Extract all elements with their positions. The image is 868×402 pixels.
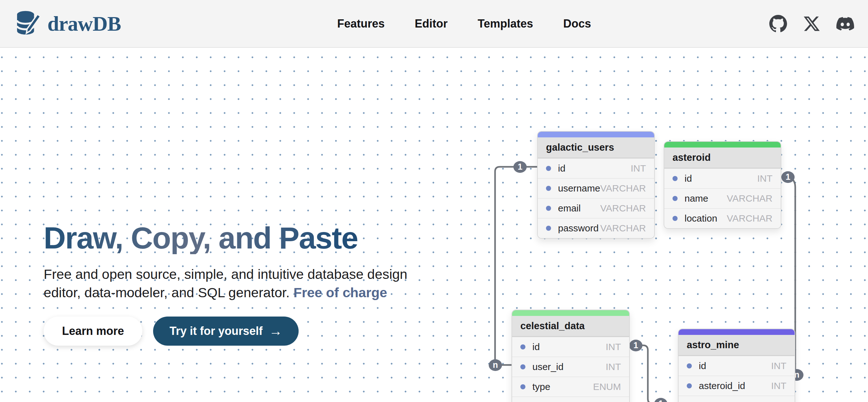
table-name: asteroid (664, 147, 781, 168)
field-name: location (685, 213, 717, 224)
learn-more-button[interactable]: Learn more (44, 317, 142, 346)
table-field-row: emailVARCHAR (538, 198, 654, 218)
field-name: type (532, 381, 550, 392)
field-type: INT (757, 173, 772, 184)
relationship-line (630, 345, 678, 402)
table-name: galactic_users (538, 137, 654, 158)
field-dot-icon (546, 186, 551, 191)
nav-link-templates[interactable]: Templates (478, 17, 533, 30)
cardinality-badge: n (790, 369, 803, 381)
db-table-astro_mine: astro_mineidINTasteroid_idINTdata_idINT (678, 328, 795, 402)
cardinality-badge: 1 (781, 171, 795, 183)
table-field-row: user_idINT (512, 357, 629, 377)
try-it-button[interactable]: Try it for yourself → (153, 317, 299, 346)
field-type: INT (771, 380, 786, 391)
field-name: username (558, 183, 600, 194)
table-accent-bar (664, 142, 781, 147)
field-type: INT (771, 361, 786, 371)
free-of-charge-text: Free of charge (293, 285, 387, 300)
table-field-row: typeENUM (512, 377, 629, 397)
hero-buttons: Learn more Try it for yourself → (44, 317, 442, 346)
cardinality-badge: 1 (629, 340, 643, 351)
table-field-row: asteroid_idINT (679, 376, 795, 396)
table-field-row: passwordVARCHAR (538, 218, 654, 238)
db-table-celestial_data: celestial_dataidINTuser_idINTtypeENUMtim… (512, 310, 630, 402)
drawdb-logo-icon (14, 9, 43, 38)
field-type: ENUM (593, 381, 621, 392)
field-dot-icon (546, 226, 551, 231)
try-it-label: Try it for yourself (169, 324, 262, 338)
nav-links: Features Editor Templates Docs (299, 17, 591, 30)
hero-heading: Draw, Copy, and Paste (44, 222, 442, 254)
hero-subtitle-line2: editor, data-modeler, and SQL generator. (44, 285, 293, 300)
field-name: data_id (699, 400, 730, 402)
table-name: celestial_data (512, 316, 629, 337)
field-name: email (558, 203, 581, 214)
field-name: id (558, 163, 565, 174)
field-name: password (558, 223, 598, 234)
field-dot-icon (546, 166, 551, 171)
x-icon[interactable] (803, 15, 820, 33)
relationship-line (495, 167, 537, 365)
field-dot-icon (673, 196, 678, 201)
table-accent-bar (538, 132, 654, 137)
db-table-asteroid: asteroididINTnameVARCHARlocationVARCHAR (664, 141, 781, 229)
table-field-row: data_idINT (679, 396, 795, 402)
hero-subtitle: Free and open source, simple, and intuit… (44, 265, 442, 302)
cardinality-badge: 1 (514, 161, 527, 173)
table-name: astro_mine (679, 335, 795, 356)
logo[interactable]: drawDB (14, 9, 121, 38)
field-dot-icon (546, 206, 551, 211)
field-name: user_id (532, 362, 563, 372)
field-name: name (685, 193, 708, 204)
field-name: id (532, 342, 540, 352)
nav-link-editor[interactable]: Editor (415, 17, 447, 30)
field-dot-icon (687, 383, 692, 389)
field-name: id (685, 173, 692, 184)
field-type: INT (771, 400, 786, 402)
field-type: VARCHAR (600, 203, 646, 214)
hero-copy: Draw, Copy, and Paste Free and open sour… (44, 222, 442, 346)
field-type: VARCHAR (600, 183, 646, 194)
table-accent-bar (679, 329, 795, 335)
field-type: INT (606, 342, 621, 352)
table-field-row: timeTIMESTAMP (512, 397, 629, 402)
table-accent-bar (512, 310, 629, 316)
field-dot-icon (520, 344, 525, 349)
field-type: VARCHAR (727, 193, 772, 204)
cardinality-badge: n (489, 359, 502, 371)
logo-text: drawDB (48, 12, 121, 36)
field-type: VARCHAR (600, 223, 646, 234)
social-links (769, 15, 854, 33)
hero-canvas: Draw, Copy, and Paste Free and open sour… (0, 49, 868, 402)
field-dot-icon (673, 176, 678, 181)
field-dot-icon (673, 216, 678, 221)
field-dot-icon (687, 363, 692, 369)
navbar: drawDB Features Editor Templates Docs (0, 0, 868, 48)
hero-subtitle-line1: Free and open source, simple, and intuit… (44, 266, 407, 282)
table-field-row: idINT (512, 337, 629, 357)
field-name: id (699, 361, 706, 371)
field-type: INT (606, 362, 621, 372)
field-dot-icon (520, 384, 525, 389)
table-field-row: idINT (664, 168, 781, 188)
db-table-galactic_users: galactic_usersidINTusernameVARCHARemailV… (537, 131, 655, 239)
nav-link-features[interactable]: Features (337, 17, 385, 30)
field-dot-icon (520, 364, 525, 369)
relationship-line (782, 177, 795, 375)
arrow-right-icon: → (269, 324, 282, 338)
table-field-row: idINT (679, 356, 795, 376)
table-field-row: usernameVARCHAR (538, 178, 654, 198)
github-icon[interactable] (769, 15, 787, 33)
table-field-row: locationVARCHAR (664, 208, 781, 228)
field-name: asteroid_id (699, 380, 745, 391)
discord-icon[interactable] (836, 15, 854, 33)
nav-link-docs[interactable]: Docs (563, 17, 591, 30)
table-field-row: idINT (538, 158, 654, 178)
table-field-row: nameVARCHAR (664, 188, 781, 208)
field-type: INT (631, 163, 646, 174)
cardinality-badge: 1 (654, 398, 668, 402)
field-type: VARCHAR (727, 213, 772, 224)
